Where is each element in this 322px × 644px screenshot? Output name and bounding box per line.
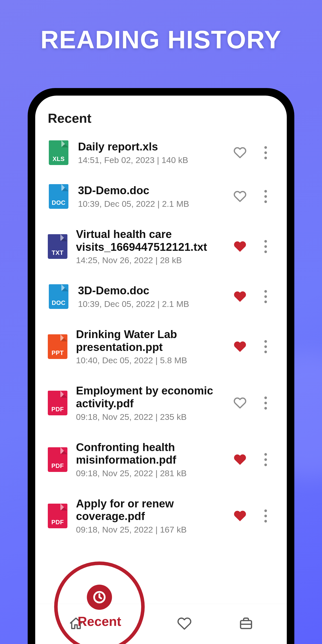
file-ext-label: DOC: [52, 299, 66, 306]
favorite-button[interactable]: [231, 190, 249, 203]
favorite-button[interactable]: [231, 509, 249, 522]
file-info: Confronting health misinformation.pdf09:…: [76, 441, 223, 478]
file-ext-label: PPT: [52, 349, 64, 356]
svg-point-13: [264, 345, 267, 348]
screen-header: Recent: [35, 96, 287, 131]
svg-point-1: [264, 151, 267, 154]
svg-point-12: [264, 340, 267, 343]
file-info: 3D-Demo.doc10:39, Dec 05, 2022 | 2.1 MB: [78, 184, 223, 209]
svg-point-5: [264, 200, 267, 203]
svg-point-7: [264, 245, 267, 248]
more-options-button[interactable]: [257, 396, 274, 410]
file-name: 3D-Demo.doc: [78, 284, 223, 297]
file-ext-label: TXT: [52, 249, 64, 256]
file-row[interactable]: PDFApply for or renew coverage.pdf09:18,…: [43, 488, 279, 544]
svg-point-4: [264, 195, 267, 198]
nav-favorites[interactable]: [177, 616, 192, 632]
file-type-icon: DOC: [48, 184, 69, 209]
file-meta: 10:39, Dec 05, 2022 | 2.1 MB: [78, 299, 223, 309]
file-type-icon: PDF: [48, 504, 67, 528]
favorite-button[interactable]: [231, 146, 249, 159]
file-ext-label: PDF: [51, 406, 64, 413]
file-ext-label: PDF: [51, 462, 64, 469]
favorite-button[interactable]: [231, 396, 249, 410]
file-name: Confronting health misinformation.pdf: [76, 441, 223, 466]
file-info: 3D-Demo.doc10:39, Dec 05, 2022 | 2.1 MB: [78, 284, 223, 309]
briefcase-icon: [239, 616, 253, 632]
svg-point-8: [264, 251, 267, 253]
file-ext-label: XLS: [53, 155, 65, 163]
svg-point-11: [264, 301, 267, 303]
file-row[interactable]: DOC3D-Demo.doc10:39, Dec 05, 2022 | 2.1 …: [43, 175, 279, 218]
heart-icon: [177, 616, 192, 632]
svg-point-17: [264, 407, 267, 410]
file-info: Drinking Water Lab presentation.ppt10:40…: [76, 328, 223, 365]
file-row[interactable]: DOC3D-Demo.doc10:39, Dec 05, 2022 | 2.1 …: [43, 275, 279, 318]
file-row[interactable]: PDFConfronting health misinformation.pdf…: [43, 431, 279, 488]
file-type-icon: TXT: [48, 234, 67, 259]
file-ext-label: DOC: [52, 199, 66, 206]
svg-point-10: [264, 295, 267, 298]
file-meta: 09:18, Nov 25, 2022 | 167 kB: [76, 525, 223, 535]
file-meta: 09:18, Nov 25, 2022 | 281 kB: [76, 468, 223, 478]
more-options-button[interactable]: [257, 240, 274, 253]
favorite-button[interactable]: [231, 340, 249, 353]
file-row[interactable]: PPTDrinking Water Lab presentation.ppt10…: [43, 318, 279, 375]
file-name: Employment by economic activity.pdf: [76, 384, 223, 410]
file-list: XLSDaily report.xls14:51, Feb 02, 2023 |…: [35, 131, 287, 544]
nav-tools[interactable]: [239, 616, 253, 632]
svg-point-21: [264, 509, 267, 512]
favorite-button[interactable]: [231, 240, 249, 253]
nav-home[interactable]: [69, 616, 83, 632]
favorite-button[interactable]: [231, 453, 249, 466]
svg-point-15: [264, 396, 267, 399]
promo-title: READING HISTORY: [0, 25, 322, 54]
svg-point-9: [264, 290, 267, 293]
bottom-nav: [35, 604, 287, 644]
svg-point-16: [264, 402, 267, 404]
svg-point-25: [94, 592, 105, 602]
file-row[interactable]: PDFEmployment by economic activity.pdf09…: [43, 375, 279, 431]
file-info: Apply for or renew coverage.pdf09:18, No…: [76, 497, 223, 535]
file-name: Daily report.xls: [78, 140, 223, 153]
more-options-button[interactable]: [257, 509, 274, 522]
svg-point-2: [264, 157, 267, 159]
home-icon: [69, 616, 83, 632]
more-options-button[interactable]: [257, 290, 274, 303]
file-ext-label: PDF: [51, 519, 64, 526]
file-meta: 10:39, Dec 05, 2022 | 2.1 MB: [78, 199, 223, 209]
file-row[interactable]: TXTVirtual health care visits_1669447512…: [43, 218, 279, 275]
file-name: 3D-Demo.doc: [78, 184, 223, 197]
file-row[interactable]: XLSDaily report.xls14:51, Feb 02, 2023 |…: [43, 131, 279, 175]
file-name: Drinking Water Lab presentation.ppt: [76, 328, 223, 353]
more-options-button[interactable]: [257, 453, 274, 466]
file-info: Virtual health care visits_1669447512121…: [76, 228, 223, 265]
more-options-button[interactable]: [257, 146, 274, 159]
svg-point-18: [264, 453, 267, 456]
file-meta: 10:40, Dec 05, 2022 | 5.8 MB: [76, 355, 223, 365]
svg-point-3: [264, 190, 267, 192]
file-name: Apply for or renew coverage.pdf: [76, 497, 223, 523]
svg-point-6: [264, 240, 267, 243]
page-title: Recent: [48, 111, 274, 126]
svg-point-20: [264, 463, 267, 466]
file-type-icon: XLS: [48, 140, 69, 165]
phone-frame: Recent XLSDaily report.xls14:51, Feb 02,…: [28, 88, 294, 644]
file-type-icon: PPT: [48, 334, 67, 359]
phone-screen: Recent XLSDaily report.xls14:51, Feb 02,…: [35, 96, 287, 644]
svg-point-0: [264, 146, 267, 149]
svg-point-19: [264, 458, 267, 461]
svg-point-22: [264, 515, 267, 517]
file-type-icon: PDF: [48, 391, 67, 415]
file-type-icon: DOC: [48, 284, 69, 309]
file-type-icon: PDF: [48, 447, 67, 472]
file-meta: 09:18, Nov 25, 2022 | 235 kB: [76, 412, 223, 422]
svg-point-14: [264, 351, 267, 353]
file-info: Employment by economic activity.pdf09:18…: [76, 384, 223, 422]
file-meta: 14:25, Nov 26, 2022 | 28 kB: [76, 255, 223, 265]
favorite-button[interactable]: [231, 290, 249, 303]
file-meta: 14:51, Feb 02, 2023 | 140 kB: [78, 155, 223, 165]
more-options-button[interactable]: [257, 340, 274, 353]
file-info: Daily report.xls14:51, Feb 02, 2023 | 14…: [78, 140, 223, 165]
more-options-button[interactable]: [257, 190, 274, 203]
